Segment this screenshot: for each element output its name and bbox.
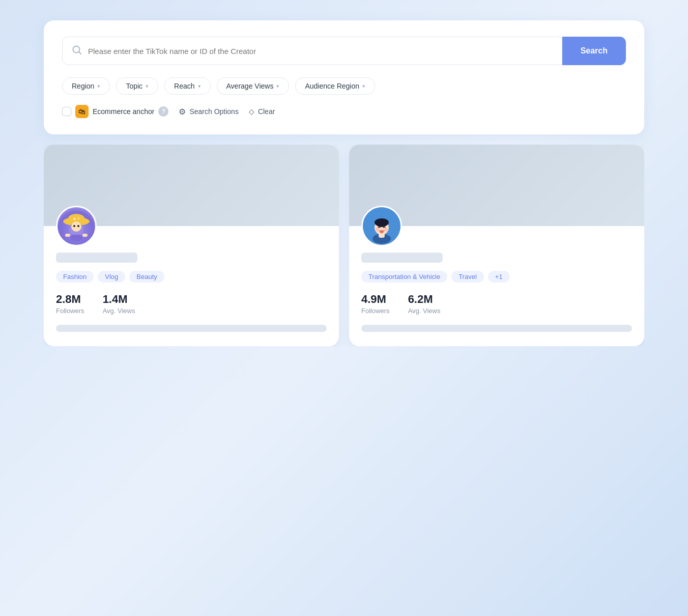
- svg-point-19: [380, 230, 384, 233]
- search-input[interactable]: [88, 47, 553, 55]
- action-bar-2: [361, 325, 632, 332]
- ecommerce-checkbox[interactable]: [62, 107, 71, 116]
- creator-card-1: ✦ ✦ Fashion Vlog Beauty: [44, 145, 339, 346]
- audience-region-filter[interactable]: Audience Region ▾: [295, 77, 375, 95]
- avg-views-label: Average Views: [226, 82, 274, 90]
- filter-row: Region ▾ Topic ▾ Reach ▾ Average Views ▾…: [62, 77, 626, 95]
- followers-value-2: 4.9M: [361, 293, 390, 306]
- svg-point-20: [376, 228, 380, 232]
- card-body-2: Transportation & Vehicle Travel +1 4.9M …: [349, 206, 644, 346]
- svg-text:✦: ✦: [77, 217, 80, 220]
- tag-fashion[interactable]: Fashion: [56, 271, 94, 283]
- svg-point-18: [376, 221, 387, 227]
- svg-point-21: [384, 228, 388, 232]
- ecommerce-bag-icon: 🛍: [75, 105, 89, 118]
- svg-text:✦: ✦: [73, 217, 76, 221]
- followers-label-1: Followers: [56, 307, 84, 315]
- search-bar: Search: [62, 37, 626, 65]
- avatar-wrapper-2: [361, 206, 632, 246]
- clear-diamond-icon: ◇: [249, 107, 254, 116]
- avg-views-chevron-icon: ▾: [276, 83, 279, 90]
- cards-row: ✦ ✦ Fashion Vlog Beauty: [44, 145, 644, 346]
- svg-rect-11: [65, 234, 70, 237]
- svg-point-5: [71, 221, 81, 232]
- avatar-wrapper-1: ✦ ✦: [56, 206, 327, 246]
- search-icon: [72, 45, 82, 57]
- stats-row-1: 2.8M Followers 1.4M Avg. Views: [56, 293, 327, 315]
- svg-rect-12: [82, 234, 88, 237]
- main-container: Search Region ▾ Topic ▾ Reach ▾ Average …: [44, 20, 644, 346]
- avatar-1: ✦ ✦: [56, 206, 97, 246]
- tag-transportation[interactable]: Transportation & Vehicle: [361, 271, 447, 283]
- search-panel: Search Region ▾ Topic ▾ Reach ▾ Average …: [44, 20, 644, 134]
- avg-views-stat-2: 6.2M Avg. Views: [408, 293, 441, 315]
- followers-value-1: 2.8M: [56, 293, 84, 306]
- region-label: Region: [72, 82, 94, 90]
- search-input-wrapper: [62, 37, 562, 65]
- avg-views-filter[interactable]: Average Views ▾: [217, 77, 290, 95]
- topic-filter[interactable]: Topic ▾: [116, 77, 158, 95]
- reach-label: Reach: [174, 82, 194, 90]
- search-options-label: Search Options: [189, 107, 239, 116]
- ecommerce-checkbox-wrapper: 🛍 Ecommerce anchor ?: [62, 105, 168, 118]
- name-placeholder-1: [56, 253, 137, 263]
- followers-stat-2: 4.9M Followers: [361, 293, 390, 315]
- avg-views-value-1: 1.4M: [103, 293, 135, 306]
- region-filter[interactable]: Region ▾: [62, 77, 110, 95]
- ecommerce-label: Ecommerce anchor: [93, 107, 154, 116]
- action-bar-1: [56, 325, 327, 332]
- tag-travel[interactable]: Travel: [451, 271, 484, 283]
- tag-vlog[interactable]: Vlog: [98, 271, 125, 283]
- tags-row-1: Fashion Vlog Beauty: [56, 271, 327, 283]
- region-chevron-icon: ▾: [97, 83, 100, 90]
- name-placeholder-2: [361, 253, 443, 263]
- audience-region-chevron-icon: ▾: [362, 83, 365, 90]
- sliders-icon: ⚙: [179, 107, 186, 117]
- creator-card-2: Transportation & Vehicle Travel +1 4.9M …: [349, 145, 644, 346]
- audience-region-label: Audience Region: [305, 82, 359, 90]
- tag-more[interactable]: +1: [488, 271, 510, 283]
- card-body-1: ✦ ✦ Fashion Vlog Beauty: [44, 206, 339, 346]
- search-options-button[interactable]: ⚙ Search Options: [179, 107, 239, 117]
- avg-views-stat-1: 1.4M Avg. Views: [103, 293, 135, 315]
- tags-row-2: Transportation & Vehicle Travel +1: [361, 271, 632, 283]
- avg-views-value-2: 6.2M: [408, 293, 441, 306]
- followers-label-2: Followers: [361, 307, 390, 315]
- avatar-2: [361, 206, 402, 246]
- help-icon[interactable]: ?: [158, 106, 168, 117]
- search-button[interactable]: Search: [562, 37, 626, 65]
- followers-stat-1: 2.8M Followers: [56, 293, 84, 315]
- topic-label: Topic: [126, 82, 142, 90]
- topic-chevron-icon: ▾: [146, 83, 149, 90]
- tag-beauty[interactable]: Beauty: [129, 271, 164, 283]
- reach-chevron-icon: ▾: [198, 83, 201, 90]
- avg-views-label-1: Avg. Views: [103, 307, 135, 315]
- clear-label: Clear: [258, 107, 275, 116]
- clear-button[interactable]: ◇ Clear: [249, 107, 275, 116]
- svg-point-7: [77, 225, 79, 227]
- options-row: 🛍 Ecommerce anchor ? ⚙ Search Options ◇ …: [62, 105, 626, 118]
- stats-row-2: 4.9M Followers 6.2M Avg. Views: [361, 293, 632, 315]
- svg-line-1: [79, 52, 81, 54]
- svg-rect-10: [70, 235, 82, 241]
- svg-point-6: [73, 225, 75, 227]
- reach-filter[interactable]: Reach ▾: [164, 77, 210, 95]
- avg-views-label-2: Avg. Views: [408, 307, 441, 315]
